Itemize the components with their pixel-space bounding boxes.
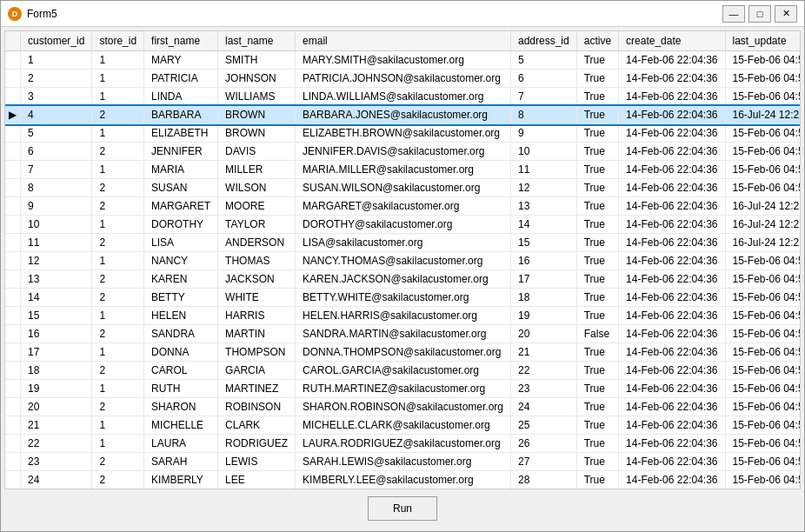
cell-customer_id: 4 — [21, 106, 92, 124]
table-row[interactable]: 101DOROTHYTAYLORDOROTHY@sakilacustomer.o… — [5, 216, 801, 234]
cell-active: True — [576, 362, 618, 380]
cell-last_update: 15-Feb-06 04:57:20 — [725, 343, 801, 362]
col-create-date[interactable]: create_date — [619, 31, 725, 51]
cell-create_date: 14-Feb-06 22:04:36 — [619, 70, 725, 88]
cell-last_name: BROWN — [218, 106, 296, 124]
table-row[interactable]: 82SUSANWILSONSUSAN.WILSON@sakilacustomer… — [5, 179, 801, 197]
table-row[interactable]: 51ELIZABETHBROWNELIZABETH.BROWN@sakilacu… — [5, 124, 801, 143]
cell-address_id: 21 — [511, 343, 577, 362]
table-row[interactable]: 191RUTHMARTINEZRUTH.MARTINEZ@sakilacusto… — [5, 380, 801, 398]
run-button[interactable]: Run — [368, 496, 437, 521]
table-row[interactable]: 242KIMBERLYLEEKIMBERLY.LEE@sakilacustome… — [5, 471, 801, 489]
cell-store_id: 2 — [92, 471, 144, 489]
cell-last_name: MARTINEZ — [218, 380, 296, 398]
cell-email: BARBARA.JONES@sakilacustomer.org — [296, 106, 511, 124]
row-indicator-cell — [5, 234, 21, 252]
table-row[interactable]: 21PATRICIAJOHNSONPATRICIA.JOHNSON@sakila… — [5, 70, 801, 88]
table-row[interactable]: 151HELENHARRISHELEN.HARRIS@sakilacustome… — [5, 307, 801, 325]
cell-active: True — [576, 106, 618, 124]
cell-store_id: 2 — [92, 106, 144, 124]
table-row[interactable]: 182CAROLGARCIACAROL.GARCIA@sakilacustome… — [5, 362, 801, 380]
cell-last_name: RODRIGUEZ — [218, 435, 296, 453]
cell-active: True — [576, 197, 618, 216]
cell-email: LINDA.WILLIAMS@sakilacustomer.org — [296, 88, 511, 106]
cell-email: LAURA.RODRIGUEZ@sakilacustomer.org — [296, 435, 511, 453]
close-button[interactable]: ✕ — [775, 5, 797, 23]
cell-first_name: DOROTHY — [144, 216, 218, 234]
table-row[interactable]: ▶42BARBARABROWNBARBARA.JONES@sakilacusto… — [5, 106, 801, 124]
table-row[interactable]: 62JENNIFERDAVISJENNIFER.DAVIS@sakilacust… — [5, 143, 801, 161]
table-row[interactable]: 121NANCYTHOMASNANCY.THOMAS@sakilacustome… — [5, 252, 801, 270]
cell-address_id: 23 — [511, 380, 577, 398]
title-bar: D Form5 — □ ✕ — [1, 1, 804, 27]
column-header-row: customer_id store_id first_name last_nam… — [5, 31, 801, 51]
cell-active: True — [576, 216, 618, 234]
table-row[interactable]: 221LAURARODRIGUEZLAURA.RODRIGUEZ@sakilac… — [5, 435, 801, 453]
cell-last_name: MILLER — [218, 161, 296, 179]
col-store-id[interactable]: store_id — [92, 31, 144, 51]
cell-first_name: MARY — [144, 51, 218, 70]
cell-active: True — [576, 234, 618, 252]
row-indicator-cell — [5, 453, 21, 471]
col-active[interactable]: active — [576, 31, 618, 51]
cell-customer_id: 11 — [21, 234, 92, 252]
cell-address_id: 24 — [511, 398, 577, 416]
cell-email: ELIZABETH.BROWN@sakilacustomer.org — [296, 124, 511, 143]
col-first-name[interactable]: first_name — [144, 31, 218, 51]
table-row[interactable]: 232SARAHLEWISSARAH.LEWIS@sakilacustomer.… — [5, 453, 801, 471]
cell-customer_id: 22 — [21, 435, 92, 453]
cell-first_name: RUTH — [144, 380, 218, 398]
cell-create_date: 14-Feb-06 22:04:36 — [619, 161, 725, 179]
cell-last_name: MOORE — [218, 197, 296, 216]
cell-first_name: KAREN — [144, 270, 218, 289]
row-indicator-cell — [5, 88, 21, 106]
table-row[interactable]: 71MARIAMILLERMARIA.MILLER@sakilacustomer… — [5, 161, 801, 179]
cell-store_id: 2 — [92, 398, 144, 416]
cell-first_name: LINDA — [144, 88, 218, 106]
table-row[interactable]: 171DONNATHOMPSONDONNA.THOMPSON@sakilacus… — [5, 343, 801, 362]
col-customer-id[interactable]: customer_id — [21, 31, 92, 51]
cell-email: PATRICIA.JOHNSON@sakilacustomer.org — [296, 70, 511, 88]
cell-last_update: 15-Feb-06 04:57:20 — [725, 124, 801, 143]
row-indicator-cell — [5, 70, 21, 88]
cell-first_name: SUSAN — [144, 179, 218, 197]
window-title: Form5 — [27, 8, 57, 20]
table-row[interactable]: 202SHARONROBINSONSHARON.ROBINSON@sakilac… — [5, 398, 801, 416]
data-grid-container[interactable]: customer_id store_id first_name last_nam… — [4, 30, 801, 489]
cell-email: RUTH.MARTINEZ@sakilacustomer.org — [296, 380, 511, 398]
cell-store_id: 2 — [92, 270, 144, 289]
cell-first_name: JENNIFER — [144, 143, 218, 161]
cell-last_name: JOHNSON — [218, 70, 296, 88]
cell-first_name: MARGARET — [144, 197, 218, 216]
cell-address_id: 6 — [511, 70, 577, 88]
table-row[interactable]: 142BETTYWHITEBETTY.WHITE@sakilacustomer.… — [5, 289, 801, 307]
table-row[interactable]: 31LINDAWILLIAMSLINDA.WILLIAMS@sakilacust… — [5, 88, 801, 106]
table-row[interactable]: 92MARGARETMOOREMARGARET@sakilacustomer.o… — [5, 197, 801, 216]
cell-first_name: SANDRA — [144, 325, 218, 343]
cell-create_date: 14-Feb-06 22:04:36 — [619, 435, 725, 453]
col-last-update[interactable]: last_update — [725, 31, 801, 51]
table-row[interactable]: 211MICHELLECLARKMICHELLE.CLARK@sakilacus… — [5, 416, 801, 435]
main-window: D Form5 — □ ✕ customer_id store_id first… — [0, 0, 805, 532]
cell-store_id: 1 — [92, 380, 144, 398]
cell-active: True — [576, 435, 618, 453]
row-indicator-cell — [5, 252, 21, 270]
cell-first_name: DONNA — [144, 343, 218, 362]
cell-create_date: 14-Feb-06 22:04:36 — [619, 51, 725, 70]
table-row[interactable]: 112LISAANDERSONLISA@sakilacustomer.org15… — [5, 234, 801, 252]
cell-active: True — [576, 289, 618, 307]
col-address-id[interactable]: address_id — [511, 31, 577, 51]
table-row[interactable]: 11MARYSMITHMARY.SMITH@sakilacustomer.org… — [5, 51, 801, 70]
cell-store_id: 1 — [92, 435, 144, 453]
maximize-button[interactable]: □ — [748, 5, 771, 23]
col-email[interactable]: email — [296, 31, 511, 51]
cell-first_name: BARBARA — [144, 106, 218, 124]
cell-customer_id: 12 — [21, 252, 92, 270]
cell-address_id: 17 — [511, 270, 577, 289]
table-row[interactable]: 132KARENJACKSONKAREN.JACKSON@sakilacusto… — [5, 270, 801, 289]
row-indicator-cell — [5, 307, 21, 325]
table-row[interactable]: 162SANDRAMARTINSANDRA.MARTIN@sakilacusto… — [5, 325, 801, 343]
minimize-button[interactable]: — — [722, 5, 745, 23]
col-last-name[interactable]: last_name — [218, 31, 296, 51]
cell-first_name: NANCY — [144, 252, 218, 270]
